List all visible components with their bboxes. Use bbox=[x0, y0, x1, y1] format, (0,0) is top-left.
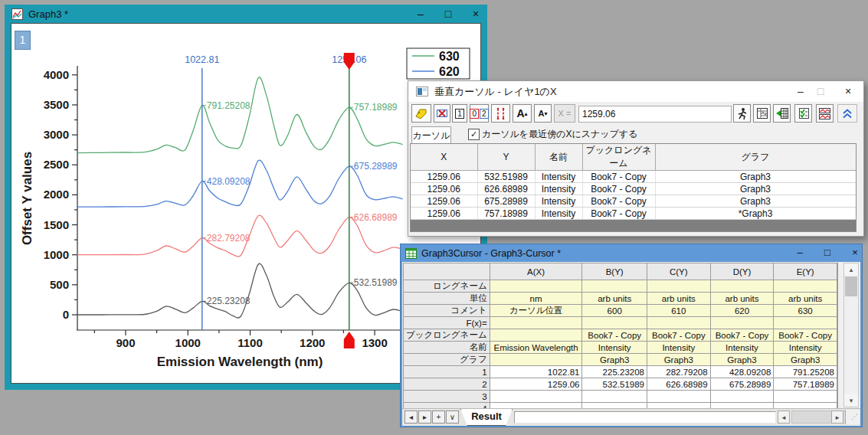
row-header[interactable]: ロングネーム bbox=[404, 280, 490, 293]
worksheet-cell[interactable]: arb units bbox=[710, 293, 774, 305]
row-header[interactable]: F(x)= bbox=[404, 317, 490, 329]
worksheet-cell[interactable]: 225.23208 bbox=[582, 366, 647, 378]
worksheet-cell[interactable]: 630 bbox=[774, 305, 837, 317]
first-sheet-icon[interactable]: ◂ bbox=[405, 410, 418, 424]
decrease-font-button[interactable]: A▾ bbox=[534, 104, 552, 123]
table-cell[interactable]: Book7 - Copy bbox=[582, 195, 655, 208]
legend-box[interactable] bbox=[407, 48, 470, 79]
worksheet-cell[interactable]: Book7 - Copy bbox=[582, 329, 647, 342]
maximize-icon[interactable]: □ bbox=[817, 245, 837, 260]
worksheet-cell[interactable] bbox=[774, 391, 837, 403]
worksheet-cell[interactable]: 620 bbox=[710, 305, 774, 317]
snap-checkbox-label[interactable]: カーソルを最近傍のXにスナップする bbox=[482, 128, 637, 141]
worksheet-cell[interactable] bbox=[490, 329, 582, 342]
table-cell[interactable]: Intensity bbox=[535, 208, 582, 220]
worksheet-cell[interactable]: Intensity bbox=[582, 342, 647, 354]
table-cell[interactable]: 1259.06 bbox=[411, 208, 477, 220]
table-row[interactable]: 1259.06757.18989IntensityBook7 - Copy*Gr… bbox=[411, 208, 856, 220]
worksheet-cell[interactable] bbox=[582, 403, 647, 409]
worksheet-cell[interactable] bbox=[582, 391, 647, 403]
table-cell[interactable]: Graph3 bbox=[655, 195, 856, 208]
worksheet-cell[interactable]: Graph3 bbox=[710, 354, 774, 366]
worksheet-cell[interactable] bbox=[774, 317, 837, 329]
table-cell[interactable]: 1259.06 bbox=[411, 195, 477, 208]
table-cell[interactable]: Intensity bbox=[535, 183, 582, 195]
table-row[interactable]: 1259.06626.68989IntensityBook7 - CopyGra… bbox=[411, 183, 856, 195]
worksheet-cell[interactable]: arb units bbox=[582, 293, 647, 305]
close-icon[interactable]: × bbox=[845, 245, 865, 260]
worksheet-cell[interactable]: 791.25208 bbox=[774, 366, 837, 378]
minimize-icon[interactable]: – bbox=[411, 6, 431, 21]
worksheet-cell[interactable]: arb units bbox=[647, 293, 710, 305]
table-row[interactable]: 1259.06675.28989IntensityBook7 - CopyGra… bbox=[411, 195, 856, 208]
worksheet-cell[interactable]: arb units bbox=[774, 293, 837, 305]
worksheet-cell[interactable]: カーソル位置 bbox=[490, 305, 582, 317]
cursor-marker-top[interactable] bbox=[344, 53, 355, 70]
worksheet-cell[interactable]: 600 bbox=[582, 305, 647, 317]
worksheet-cell[interactable]: 757.18989 bbox=[774, 378, 837, 391]
worksheet-cell[interactable] bbox=[490, 391, 582, 403]
sheet-list-icon[interactable]: ∨ bbox=[446, 410, 459, 424]
worksheet-cell[interactable]: Graph3 bbox=[647, 354, 710, 366]
table-cell[interactable]: Graph3 bbox=[655, 171, 856, 183]
worksheet-cell[interactable]: nm bbox=[490, 293, 582, 305]
table-cell[interactable]: Book7 - Copy bbox=[582, 171, 655, 183]
worksheet-cell[interactable]: 1259.06 bbox=[490, 378, 582, 391]
table-cell[interactable]: 626.68989 bbox=[477, 183, 535, 195]
worksheet-cell[interactable] bbox=[710, 403, 774, 409]
scroll-down-icon[interactable]: ▾ bbox=[844, 394, 858, 407]
column-header-3[interactable]: ブックロングネーム bbox=[582, 144, 655, 171]
table-cell[interactable]: 1259.06 bbox=[411, 183, 477, 195]
tab-cursor[interactable]: カーソル bbox=[411, 126, 451, 144]
row-header[interactable]: グラフ bbox=[404, 354, 490, 366]
graph-window-titlebar[interactable]: Graph3 * – □ × bbox=[5, 5, 487, 23]
worksheet-cell[interactable] bbox=[490, 280, 582, 293]
worksheet-cell[interactable] bbox=[774, 403, 837, 409]
close-icon[interactable]: × bbox=[839, 83, 857, 99]
worksheet-cell[interactable]: 626.68989 bbox=[647, 378, 710, 391]
column-header-D(Y)[interactable]: D(Y) bbox=[710, 263, 774, 280]
worksheet-cell[interactable] bbox=[710, 317, 774, 329]
minimize-icon[interactable]: – bbox=[791, 83, 810, 99]
switch-graph-button[interactable] bbox=[816, 104, 834, 123]
row-header[interactable]: コメント bbox=[404, 305, 490, 317]
worksheet-cell[interactable]: 282.79208 bbox=[647, 366, 710, 378]
worksheet-cell[interactable]: 532.51989 bbox=[582, 378, 647, 391]
column-header-C(Y)[interactable]: C(Y) bbox=[647, 263, 710, 280]
maximize-icon[interactable]: □ bbox=[438, 6, 458, 21]
worksheet-cell[interactable] bbox=[647, 317, 710, 329]
table-cell[interactable]: 1259.06 bbox=[411, 171, 477, 183]
add-sheet-icon[interactable]: + bbox=[432, 410, 445, 424]
add-to-worksheet-button[interactable] bbox=[773, 104, 791, 123]
snap-checkbox[interactable]: ✓ bbox=[468, 129, 480, 140]
worksheet-cell[interactable] bbox=[490, 354, 582, 366]
worksheet-cell[interactable]: 610 bbox=[647, 305, 710, 317]
worksheet-cell[interactable]: 1022.81 bbox=[490, 366, 582, 378]
worksheet-cell[interactable]: Intensity bbox=[710, 342, 774, 354]
column-header-2[interactable]: 名前 bbox=[535, 144, 582, 171]
table-cell[interactable]: Intensity bbox=[535, 195, 582, 208]
collapse-dialog-button[interactable] bbox=[837, 104, 857, 123]
preferences-button[interactable] bbox=[794, 104, 812, 123]
worksheet-cell[interactable] bbox=[710, 391, 774, 403]
table-cell[interactable]: *Graph3 bbox=[655, 208, 856, 220]
tab-result[interactable]: Result bbox=[460, 409, 513, 426]
vertical-scrollbar[interactable]: ▴ ▾ bbox=[843, 263, 859, 407]
worksheet-cell[interactable]: Graph3 bbox=[774, 354, 837, 366]
dual-cursor-button[interactable]: 02 bbox=[470, 104, 489, 123]
worksheet-cell[interactable] bbox=[647, 403, 710, 409]
worksheet-cell[interactable] bbox=[647, 391, 710, 403]
worksheet-cell[interactable] bbox=[710, 280, 774, 293]
worksheet-cell[interactable]: Book7 - Copy bbox=[647, 329, 710, 342]
row-header[interactable]: 3 bbox=[404, 391, 490, 403]
worksheet-cell[interactable]: Emission Wavelength bbox=[490, 342, 582, 354]
row-header[interactable]: 単位 bbox=[404, 293, 490, 305]
dialog-titlebar[interactable]: 垂直カーソル - レイヤ1のX – □ × bbox=[408, 81, 863, 102]
row-header[interactable]: 4 bbox=[404, 403, 490, 409]
scrollbar-thumb[interactable] bbox=[845, 276, 857, 296]
worksheet-cell[interactable]: Book7 - Copy bbox=[774, 329, 837, 342]
worksheet-cell[interactable] bbox=[490, 403, 582, 409]
table-cell[interactable]: Book7 - Copy bbox=[582, 183, 655, 195]
table-row[interactable]: 1259.06532.51989IntensityBook7 - CopyGra… bbox=[411, 171, 856, 183]
worksheet-cell[interactable] bbox=[647, 280, 710, 293]
